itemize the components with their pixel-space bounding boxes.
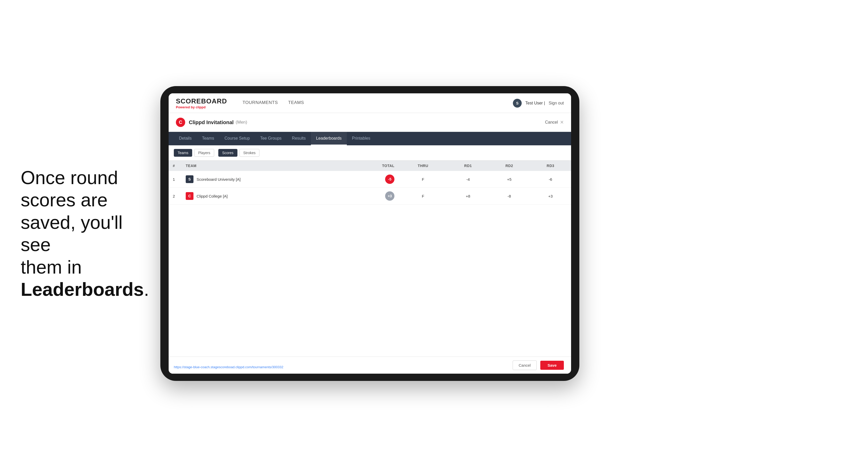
tab-results[interactable]: Results [287,132,311,145]
url-bar: https://stage-blue-coach.stagescoreboad.… [174,365,283,369]
bottom-save-button[interactable]: Save [540,361,564,370]
tab-bar: Details Teams Course Setup Tee Groups Re… [168,132,571,145]
cell-total: -5 [345,171,399,188]
tab-tee-groups[interactable]: Tee Groups [255,132,287,145]
tab-leaderboards[interactable]: Leaderboards [311,132,347,145]
tab-teams[interactable]: Teams [197,132,219,145]
cell-thru: F [399,171,447,188]
cell-rank: 2 [168,188,182,205]
team-logo-icon: S [186,175,193,183]
team-name: Scoreboard University [A] [196,177,241,182]
bottom-bar: https://stage-blue-coach.stagescoreboad.… [168,356,571,374]
user-avatar: S [513,99,522,107]
filter-scores[interactable]: Scores [218,149,238,157]
filter-strokes[interactable]: Strokes [240,149,259,157]
top-navigation: SCOREBOARD Powered by clippd TOURNAMENTS… [168,93,571,113]
tab-course-setup[interactable]: Course Setup [219,132,255,145]
score-badge: +3 [385,191,395,201]
cell-rd1: +8 [447,188,489,205]
table-row: 1 S Scoreboard University [A] -5 F -4 +5… [168,171,571,188]
filter-players[interactable]: Players [194,149,214,157]
col-thru: THRU [399,161,447,171]
content-area: C Clippd Invitational (Men) Cancel ✕ Det… [168,113,571,374]
cell-team: C Clippd College [A] [182,188,345,205]
close-icon: ✕ [560,120,564,125]
col-total: TOTAL [345,161,399,171]
cell-rd3: -6 [530,171,571,188]
cell-rd1: -4 [447,171,489,188]
cell-total: +3 [345,188,399,205]
col-rd3: RD3 [530,161,571,171]
col-rd2: RD2 [489,161,530,171]
col-rank: # [168,161,182,171]
team-logo-icon: C [186,192,193,200]
powered-by: Powered by clippd [176,105,227,109]
cell-rd2: -8 [489,188,530,205]
cell-thru: F [399,188,447,205]
tablet-screen: SCOREBOARD Powered by clippd TOURNAMENTS… [168,93,571,374]
tablet-device: SCOREBOARD Powered by clippd TOURNAMENTS… [160,86,579,381]
bottom-cancel-button[interactable]: Cancel [513,361,537,370]
leaderboard-table: # TEAM TOTAL THRU RD1 RD2 RD3 1 S [168,161,571,205]
cell-rd2: +5 [489,171,530,188]
nav-tournaments[interactable]: TOURNAMENTS [238,93,283,113]
tournament-icon: C [176,118,185,127]
tab-details[interactable]: Details [174,132,197,145]
app-logo: SCOREBOARD [176,97,227,105]
tournament-header: C Clippd Invitational (Men) Cancel ✕ [168,113,571,132]
left-description: Once round scores are saved, you'll see … [21,166,150,301]
logo-area: SCOREBOARD Powered by clippd [176,97,227,109]
tournament-cancel-button[interactable]: Cancel ✕ [545,120,564,125]
filter-teams[interactable]: Teams [174,149,192,157]
col-rd1: RD1 [447,161,489,171]
col-team: TEAM [182,161,345,171]
leaderboard-table-container: # TEAM TOTAL THRU RD1 RD2 RD3 1 S [168,161,571,356]
top-right-area: S Test User | Sign out [513,99,564,107]
table-row: 2 C Clippd College [A] +3 F +8 -8 +3 [168,188,571,205]
team-name: Clippd College [A] [196,194,227,198]
tournament-subtitle: (Men) [236,120,247,125]
tab-printables[interactable]: Printables [347,132,376,145]
user-name: Test User | [525,101,545,105]
nav-links: TOURNAMENTS TEAMS [238,93,309,113]
score-badge: -5 [385,175,395,184]
sign-out-link[interactable]: Sign out [549,101,564,105]
cell-team: S Scoreboard University [A] [182,171,345,188]
tournament-title: Clippd Invitational [189,120,234,125]
cell-rank: 1 [168,171,182,188]
table-header-row: # TEAM TOTAL THRU RD1 RD2 RD3 [168,161,571,171]
cell-rd3: +3 [530,188,571,205]
nav-teams[interactable]: TEAMS [283,93,309,113]
filter-bar: Teams Players Scores Strokes [168,145,571,161]
